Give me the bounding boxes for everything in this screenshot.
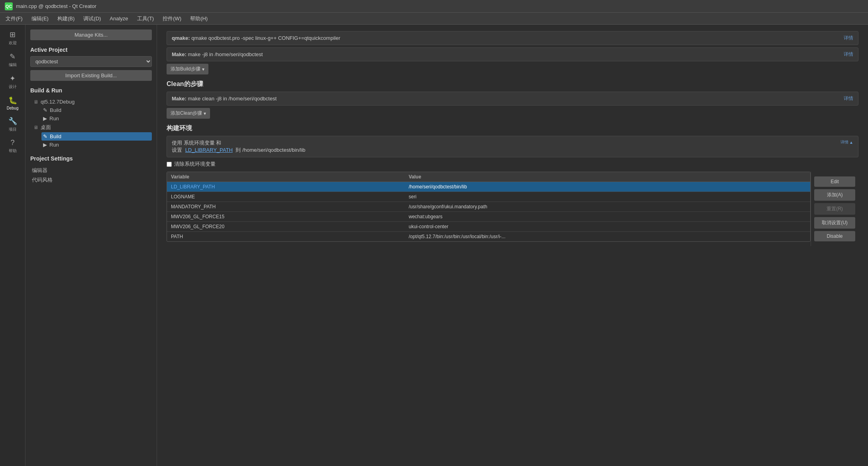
make-clean-text: Make: make clean -j8 in /home/seri/qodbc… [172,96,277,102]
add-button[interactable]: 添加(A) [814,189,855,201]
sidebar-label-debug: Debug [7,106,18,110]
table-row[interactable]: MANDATORY_PATH/usr/share/gconf/ukui.mand… [167,202,810,212]
disable-button[interactable]: Disable [814,231,855,241]
env-val-cell: /usr/share/gconf/ukui.mandatory.path [405,202,811,212]
env-link[interactable]: LD_LIBRARY_PATH [185,147,233,153]
qmake-text: qmake: qmake qodbctest.pro -spec linux-g… [172,35,340,41]
menu-debug[interactable]: 调试(D) [79,14,105,24]
env-var-cell: PATH [167,232,405,242]
add-clean-step-button[interactable]: 添加Clean步骤 ▾ [167,108,210,119]
design-icon: ✦ [10,74,16,83]
sidebar-item-help[interactable]: ? 帮助 [2,136,24,156]
cancel-settings-button[interactable]: 取消设置(U) [814,217,855,229]
clear-env-checkbox[interactable] [167,162,172,167]
dropdown-arrow-clean: ▾ [204,111,206,116]
build-run-title: Build & Run [30,87,152,94]
build-env-heading: 构建环境 [167,124,858,133]
menu-analyze[interactable]: Analyze [106,14,132,23]
kit-run-desktop[interactable]: ▶ Run [41,141,152,149]
kit-build-desktop[interactable]: ✎ Build [41,132,152,141]
table-row[interactable]: MWV206_GL_FORCE15wechat:ubgears [167,212,810,222]
env-val-cell: wechat:ubgears [405,212,811,222]
kit-build-qt5[interactable]: ✎ Build [41,106,152,114]
table-row[interactable]: PATH/opt/qt5.12.7/bin:/usr/bin:/usr/loca… [167,232,810,242]
project-select-wrap: qodbctest [30,56,152,67]
make-text: Make: make -j8 in /home/seri/qodbctest [172,51,263,57]
kit-tree: 🖥 qt5.12.7Debug ✎ Build ▶ Run 🖥 桌面 [30,98,152,149]
table-row[interactable]: LD_LIBRARY_PATH/home/seri/qodbctest/bin/… [167,182,810,192]
menu-edit[interactable]: 编辑(E) [27,14,53,24]
sidebar-item-welcome[interactable]: ⊞ 欢迎 [2,28,24,48]
icon-sidebar: ⊞ 欢迎 ✎ 编辑 ✦ 设计 🐛 Debug 🔧 项目 ? 帮助 [0,25,26,466]
menu-file[interactable]: 文件(F) [2,14,27,24]
titlebar: QC main.cpp @ qodbctest - Qt Creator [0,0,868,13]
menu-help[interactable]: 帮助(H) [186,14,212,24]
env-var-cell: LOGNAME [167,192,405,202]
edit-button[interactable]: Edit [814,176,855,187]
env-var-cell: MWV206_GL_FORCE15 [167,212,405,222]
env-detail-link[interactable]: 详情 ▲ [841,139,853,145]
chevron-up-icon: ▲ [849,140,853,145]
env-table: Variable Value LD_LIBRARY_PATH/home/seri… [167,172,810,241]
env-val-cell: seri [405,192,811,202]
ps-item-editor[interactable]: 编辑器 [30,166,152,175]
import-build-button[interactable]: Import Existing Build... [30,70,152,81]
env-val-cell: ukui-control-center [405,222,811,232]
manage-kits-button[interactable]: Manage Kits... [30,29,152,40]
left-panel: Manage Kits... Active Project qodbctest … [26,25,157,466]
kit-node-desktop[interactable]: 🖥 桌面 [32,123,152,132]
help-icon: ? [10,139,14,147]
project-icon: 🔧 [8,117,17,125]
sidebar-item-debug[interactable]: 🐛 Debug [2,94,24,113]
kit-children-desktop: ✎ Build ▶ Run [32,132,152,149]
table-row[interactable]: LOGNAMEseri [167,192,810,202]
sidebar-label-design: 设计 [9,84,17,90]
window-title: main.cpp @ qodbctest - Qt Creator [16,3,96,9]
main-layout: ⊞ 欢迎 ✎ 编辑 ✦ 设计 🐛 Debug 🔧 项目 ? 帮助 Manage … [0,25,868,466]
dropdown-arrow-build: ▾ [202,67,204,72]
env-line1: 使用 系统环境变量 和 [172,139,305,147]
play-icon-desktop: ▶ [43,142,47,148]
env-var-cell: LD_LIBRARY_PATH [167,182,405,192]
menu-build[interactable]: 构建(B) [53,14,79,24]
project-select[interactable]: qodbctest [30,56,152,67]
env-description-text: 使用 系统环境变量 和 设置 LD_LIBRARY_PATH 到 /home/s… [172,139,305,154]
ps-item-codestyle[interactable]: 代码风格 [30,175,152,185]
play-icon-qt5: ▶ [43,116,47,121]
clear-env-row: 清除系统环境变量 [167,161,858,168]
env-var-cell: MWV206_GL_FORCE20 [167,222,405,232]
kit-children-qt5: ✎ Build ▶ Run [32,106,152,123]
wrench-icon-desktop: ✎ [43,133,47,139]
sidebar-item-design[interactable]: ✦ 设计 [2,72,24,92]
sidebar-label-help: 帮助 [9,148,17,154]
grid-icon: ⊞ [10,30,16,39]
menu-tools[interactable]: 工具(T) [133,14,158,24]
kit-node-qt5[interactable]: 🖥 qt5.12.7Debug [32,98,152,106]
sidebar-label-welcome: 欢迎 [9,40,17,46]
env-col-variable: Variable [167,172,405,182]
project-settings-title: Project Settings [30,155,152,162]
qmake-detail-link[interactable]: 详情 [844,35,853,41]
kit-run-qt5[interactable]: ▶ Run [41,114,152,123]
clear-env-label: 清除系统环境变量 [174,161,216,168]
make-clean-detail-link[interactable]: 详情 [844,95,853,102]
monitor-icon: 🖥 [33,99,38,105]
active-project-title: Active Project [30,47,152,53]
env-col-value: Value [405,172,811,182]
make-detail-link[interactable]: 详情 [844,51,853,58]
reset-button[interactable]: 重置(R) [814,203,855,215]
sidebar-item-project[interactable]: 🔧 项目 [2,114,24,135]
kit-name-desktop: 桌面 [41,124,51,131]
env-val-cell: /opt/qt5.12.7/bin:/usr/bin:/usr/local/bi… [405,232,811,242]
qmake-box: qmake: qmake qodbctest.pro -spec linux-g… [167,31,858,45]
sidebar-item-edit[interactable]: ✎ 编辑 [2,50,24,70]
add-build-step-button[interactable]: 添加Build步骤 ▾ [167,64,208,74]
table-row[interactable]: MWV206_GL_FORCE20ukui-control-center [167,222,810,232]
menu-control[interactable]: 控件(W) [159,14,185,24]
wrench-icon-qt5: ✎ [43,107,47,113]
clean-section-heading: Clean的步骤 [167,80,858,88]
env-description-box: 使用 系统环境变量 和 设置 LD_LIBRARY_PATH 到 /home/s… [167,136,858,157]
env-line2: 设置 LD_LIBRARY_PATH 到 /home/seri/qodbctes… [172,147,305,154]
env-val-cell: /home/seri/qodbctest/bin/lib [405,182,811,192]
debug-icon: 🐛 [8,96,17,105]
